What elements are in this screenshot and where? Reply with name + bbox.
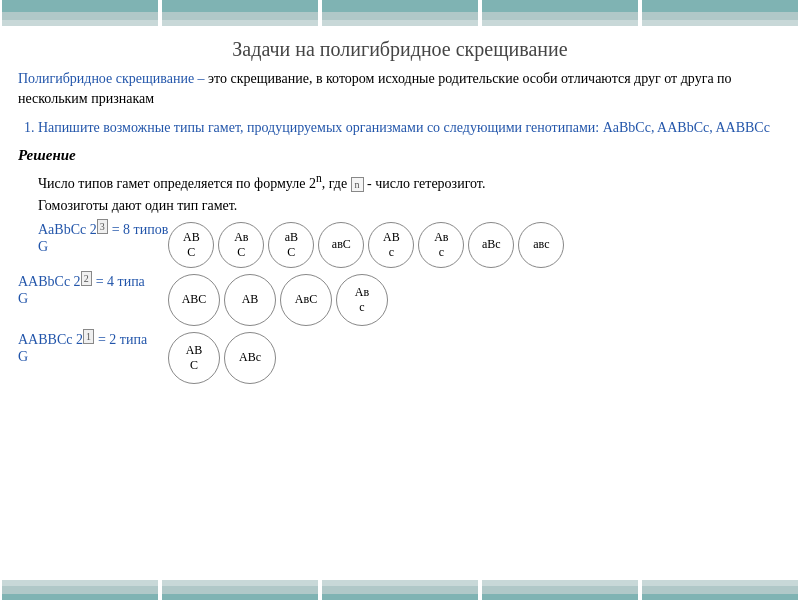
genotype-section-3: AABBCc 21 = 2 типа G АВС АВс bbox=[18, 332, 782, 384]
bar-bot bbox=[322, 20, 478, 26]
gamete-abc-upper: ABC bbox=[168, 222, 214, 268]
equals-2: = 4 типа bbox=[96, 274, 145, 290]
gamete-abc-4: авС bbox=[318, 222, 364, 268]
circles-row-2: АВС АВ АвС Авс bbox=[168, 274, 388, 326]
page-title: Задачи на полигибридное скрещивание bbox=[0, 38, 800, 61]
gamete-abc-6: Авс bbox=[418, 222, 464, 268]
genotype-label-1: AaBbCc 2 bbox=[38, 222, 97, 238]
bar-bot bbox=[642, 20, 798, 26]
formula-line: Число типов гамет определяется по формул… bbox=[38, 170, 782, 217]
footer-bar-group-2 bbox=[162, 580, 318, 600]
bar-group-1 bbox=[2, 0, 158, 32]
g-label-1: G bbox=[38, 239, 168, 255]
circles-row-3: АВС АВс bbox=[168, 332, 276, 384]
bar-bot bbox=[162, 20, 318, 26]
bar-mid bbox=[322, 12, 478, 20]
power-box-2: 2 bbox=[81, 271, 92, 286]
bar-group-4 bbox=[482, 0, 638, 32]
main-content: Полигибридное скрещивание – это скрещива… bbox=[0, 69, 800, 384]
gamete-3-2: АВс bbox=[224, 332, 276, 384]
footer-bar-group-5 bbox=[642, 580, 798, 600]
gamete-abc-5: АВс bbox=[368, 222, 414, 268]
task-item-1: Напишите возможные типы гамет, продуциру… bbox=[38, 118, 782, 138]
n-box: n bbox=[351, 177, 364, 192]
bar-mid bbox=[482, 12, 638, 20]
genotype-label-2: AABbCc 2 bbox=[18, 274, 81, 290]
bar-top bbox=[482, 0, 638, 12]
gamete-abc-8: авс bbox=[518, 222, 564, 268]
gamete-2-1: АВС bbox=[168, 274, 220, 326]
solution-title: Решение bbox=[18, 147, 782, 164]
genotype-section-1: AaBbCc 23 = 8 типов G ABC АвС аВС авС АВ… bbox=[18, 222, 782, 268]
genotype-label-3: AABBCc 2 bbox=[18, 332, 83, 348]
power-box-3: 1 bbox=[83, 329, 94, 344]
bar-bot bbox=[482, 20, 638, 26]
bar-group-3 bbox=[322, 0, 478, 32]
bar-group-5 bbox=[642, 0, 798, 32]
equals-3: = 2 типа bbox=[98, 332, 147, 348]
bar-group-2 bbox=[162, 0, 318, 32]
footer-bars bbox=[0, 580, 800, 600]
footer-bar-group-1 bbox=[2, 580, 158, 600]
bar-top bbox=[642, 0, 798, 12]
bar-top bbox=[162, 0, 318, 12]
definition-text: Полигибридное скрещивание – это скрещива… bbox=[18, 69, 782, 110]
gamete-abc-3: аВС bbox=[268, 222, 314, 268]
bar-top bbox=[2, 0, 158, 12]
bar-mid bbox=[162, 12, 318, 20]
genotype-section-2: AABbCc 22 = 4 типа G АВС АВ АвС Авс bbox=[18, 274, 782, 326]
task-list: Напишите возможные типы гамет, продуциру… bbox=[38, 118, 782, 138]
gamete-3-1: АВС bbox=[168, 332, 220, 384]
g-label-2: G bbox=[18, 291, 168, 307]
gamete-2-2: АВ bbox=[224, 274, 276, 326]
bar-mid bbox=[2, 12, 158, 20]
header-bars bbox=[0, 0, 800, 32]
equals-1: = 8 типов bbox=[112, 222, 169, 238]
gamete-abc-7: аВс bbox=[468, 222, 514, 268]
homozygous-text: Гомозиготы дают один тип гамет. bbox=[38, 198, 237, 213]
circles-row-1: ABC АвС аВС авС АВс Авс аВс авс bbox=[168, 222, 564, 268]
footer-bar-group-4 bbox=[482, 580, 638, 600]
bar-top bbox=[322, 0, 478, 12]
formula-text-part: Число типов гамет определяется по формул… bbox=[38, 176, 316, 191]
power-box-1: 3 bbox=[97, 219, 108, 234]
gamete-2-3: АвС bbox=[280, 274, 332, 326]
bar-bot bbox=[2, 20, 158, 26]
footer-bar-group-3 bbox=[322, 580, 478, 600]
gamete-2-4: Авс bbox=[336, 274, 388, 326]
definition-colored: Полигибридное скрещивание – bbox=[18, 71, 208, 86]
bar-mid bbox=[642, 12, 798, 20]
gamete-abc-2: АвС bbox=[218, 222, 264, 268]
g-label-3: G bbox=[18, 349, 168, 365]
task-text: Напишите возможные типы гамет, продуциру… bbox=[38, 120, 770, 135]
formula-where: , где bbox=[322, 176, 347, 191]
formula-end: - число гетерозигот. bbox=[367, 176, 485, 191]
